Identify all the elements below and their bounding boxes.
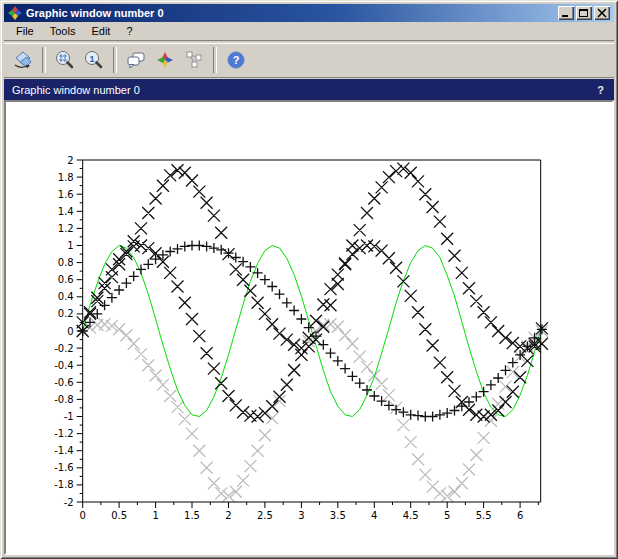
y-tick-label: 1.8 bbox=[58, 172, 74, 183]
y-tick-label: -1 bbox=[64, 411, 74, 422]
y-tick-label: -0.4 bbox=[54, 360, 74, 371]
x-tick-label: 1 bbox=[152, 510, 158, 521]
objects-graph-icon bbox=[183, 49, 205, 71]
y-tick-label: -0.8 bbox=[54, 394, 74, 405]
toolbar-separator bbox=[213, 47, 217, 73]
maximize-icon bbox=[578, 8, 590, 18]
x-tick-label: 0 bbox=[80, 510, 86, 521]
original-view-button[interactable]: 1 bbox=[81, 47, 107, 73]
x-tick-label: 2.5 bbox=[257, 510, 273, 521]
x-tick-label: 0.5 bbox=[111, 510, 127, 521]
original-view-icon: 1 bbox=[83, 49, 105, 71]
chart-svg: 00.511.522.533.544.555.5621.81.61.41.210… bbox=[6, 102, 612, 551]
x-tick-label: 3.5 bbox=[330, 510, 346, 521]
close-button[interactable] bbox=[594, 6, 610, 20]
close-icon bbox=[596, 8, 608, 18]
x-tick-label: 2 bbox=[225, 510, 231, 521]
toolbar: 1 bbox=[4, 42, 614, 77]
y-tick-label: 0 bbox=[67, 326, 73, 337]
y-tick-label: -1.4 bbox=[54, 445, 74, 456]
menu-file[interactable]: File bbox=[10, 23, 40, 39]
scilab-icon[interactable] bbox=[8, 6, 22, 20]
x-tick-label: 5 bbox=[444, 510, 450, 521]
y-ticks bbox=[77, 160, 83, 502]
x-tick-label: 4 bbox=[371, 510, 377, 521]
infobar-text: Graphic window number 0 bbox=[12, 84, 140, 96]
x-tick-label: 3 bbox=[298, 510, 304, 521]
menu-help[interactable]: ? bbox=[120, 23, 138, 39]
y-tick-label: 0.4 bbox=[58, 291, 74, 302]
menu-bar: File Tools Edit ? bbox=[4, 22, 614, 40]
console-icon bbox=[125, 49, 147, 71]
console-button[interactable] bbox=[123, 47, 149, 73]
help-button[interactable]: ? bbox=[223, 47, 249, 73]
y-tick-label: -1.8 bbox=[54, 479, 74, 490]
window-controls bbox=[558, 6, 610, 20]
x-tick-label: 5.5 bbox=[476, 510, 492, 521]
y-tick-label: 1.6 bbox=[58, 189, 74, 200]
series-light-gray-cross-curve bbox=[77, 318, 548, 502]
scilab-icon-svg bbox=[8, 6, 22, 20]
toolbar-separator bbox=[113, 47, 117, 73]
zoom-area-button[interactable] bbox=[52, 47, 78, 73]
minimize-icon bbox=[560, 8, 572, 18]
graphic-window: Graphic window number 0 File Tools Edit … bbox=[0, 0, 618, 559]
y-tick-label: 0.2 bbox=[58, 308, 74, 319]
ged-diamond-icon bbox=[154, 49, 176, 71]
y-tick-label: 0.8 bbox=[58, 257, 74, 268]
svg-text:?: ? bbox=[233, 54, 240, 66]
series-green-line-sin3x bbox=[83, 246, 542, 417]
series-black-cross-sin2x bbox=[77, 240, 548, 423]
rotate-button[interactable] bbox=[10, 47, 36, 73]
x-ticks bbox=[83, 502, 539, 508]
x-tick-label: 4.5 bbox=[403, 510, 419, 521]
plot-area[interactable]: 00.511.522.533.544.555.5621.81.61.41.210… bbox=[4, 100, 614, 555]
help-icon: ? bbox=[225, 49, 247, 71]
y-tick-label: -1.2 bbox=[54, 428, 74, 439]
y-tick-label: 1 bbox=[67, 240, 73, 251]
title-bar[interactable]: Graphic window number 0 bbox=[4, 4, 614, 22]
y-tick-label: 1.4 bbox=[58, 206, 74, 217]
y-tick-label: 0.6 bbox=[58, 274, 74, 285]
window-title: Graphic window number 0 bbox=[26, 7, 558, 19]
y-tick-label: 2 bbox=[67, 155, 73, 166]
toolbar-separator bbox=[42, 47, 46, 73]
menu-edit[interactable]: Edit bbox=[85, 23, 116, 39]
y-tick-label: -2 bbox=[64, 497, 74, 508]
menu-tools[interactable]: Tools bbox=[44, 23, 82, 39]
x-tick-label: 1.5 bbox=[184, 510, 200, 521]
rotate-icon bbox=[12, 49, 34, 71]
series-dark-cross-large-curve bbox=[77, 163, 548, 355]
figure-properties-button[interactable] bbox=[152, 47, 178, 73]
series-black-plus-sinx bbox=[78, 241, 547, 422]
y-tick-label: -0.6 bbox=[54, 377, 74, 388]
info-bar: Graphic window number 0 ? bbox=[4, 79, 614, 100]
zoom-area-icon bbox=[54, 49, 76, 71]
svg-text:1: 1 bbox=[89, 53, 94, 63]
y-tick-label: -0.2 bbox=[54, 343, 74, 354]
objects-button[interactable] bbox=[181, 47, 207, 73]
infobar-help[interactable]: ? bbox=[595, 84, 606, 96]
x-tick-label: 6 bbox=[517, 510, 523, 521]
y-tick-label: -1.6 bbox=[54, 462, 74, 473]
minimize-button[interactable] bbox=[558, 6, 574, 20]
y-tick-label: 1.2 bbox=[58, 223, 74, 234]
maximize-button[interactable] bbox=[576, 6, 592, 20]
